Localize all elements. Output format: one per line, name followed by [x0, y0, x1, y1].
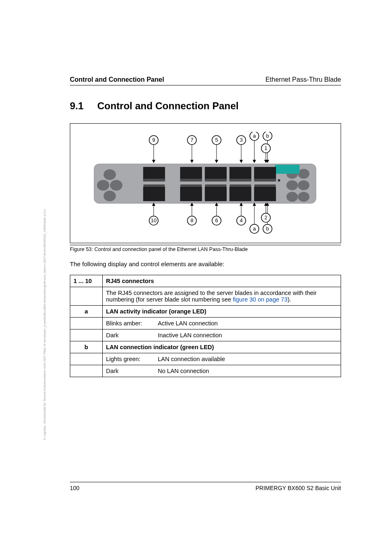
page-footer: 100 PRIMERGY BX600 S2 Basic Unit [70, 482, 341, 491]
svg-marker-3 [152, 160, 155, 163]
svg-text:8: 8 [190, 217, 193, 223]
cell-a-state2-r: Inactive LAN connection [154, 329, 341, 341]
svg-marker-7 [190, 160, 194, 163]
svg-rect-52 [180, 187, 202, 201]
svg-text:4: 4 [240, 217, 242, 223]
side-margin-note: © cognitas. Gesellschaft für Technik-Dok… [43, 209, 46, 440]
cell-a-state1-l: Blinks amber: [103, 318, 155, 329]
svg-point-38 [298, 192, 309, 202]
cell-b-state1-r: LAN connection available [154, 353, 341, 365]
svg-rect-50 [254, 179, 276, 181]
figure-box: 9 7 5 3 a b 1 [70, 123, 341, 243]
svg-marker-11 [215, 160, 218, 163]
svg-point-35 [286, 180, 298, 190]
svg-rect-55 [254, 187, 276, 201]
cell-key-a: a [70, 306, 103, 318]
svg-rect-51 [143, 187, 165, 201]
svg-rect-54 [230, 187, 251, 201]
svg-text:1: 1 [264, 145, 267, 151]
main-content: Control and Connection Panel Ethernet Pa… [70, 76, 341, 377]
cell-a-state2-l: Dark [103, 329, 155, 341]
cell-empty-3 [70, 329, 103, 341]
section-title-text: Control and Connection Panel [97, 100, 239, 111]
doc-title-footer: PRIMERGY BX600 S2 Basic Unit [256, 485, 341, 491]
svg-text:7: 7 [190, 137, 193, 143]
section-heading: 9.1 Control and Connection Panel [70, 100, 341, 112]
svg-rect-60 [254, 184, 276, 187]
svg-rect-59 [230, 184, 251, 187]
svg-text:6: 6 [215, 217, 218, 223]
svg-text:5: 5 [215, 137, 218, 143]
svg-point-30 [97, 180, 109, 191]
link-figure-30[interactable]: figure 30 on page 73 [233, 296, 288, 303]
svg-text:b: b [266, 226, 269, 232]
intro-paragraph: The following display and control elemen… [70, 260, 341, 267]
cell-empty-2 [70, 318, 103, 329]
svg-point-32 [104, 191, 116, 201]
svg-point-37 [286, 192, 298, 202]
svg-point-36 [298, 180, 309, 190]
cell-empty-5 [70, 365, 103, 377]
cell-key-1-10: 1 ... 10 [70, 275, 103, 287]
svg-rect-48 [205, 179, 226, 181]
cell-body-rj45: The RJ45 connectors are assigned to the … [103, 287, 341, 306]
svg-text:a: a [253, 133, 256, 139]
svg-marker-19 [253, 160, 256, 163]
svg-text:9: 9 [152, 137, 155, 143]
page-number: 100 [70, 485, 79, 491]
cell-empty-4 [70, 353, 103, 365]
cell-b-state2-l: Dark [103, 365, 155, 377]
svg-rect-58 [205, 184, 226, 187]
svg-text:2: 2 [264, 214, 267, 221]
svg-text:3: 3 [240, 137, 242, 143]
cell-head-rj45: RJ45 connectors [103, 275, 341, 287]
header-left: Control and Connection Panel [70, 76, 164, 83]
section-number: 9.1 [70, 100, 83, 111]
svg-rect-56 [143, 184, 165, 187]
cell-b-state1-l: Lights green: [103, 353, 155, 365]
cell-head-b: LAN connection indicator (green LED) [103, 341, 341, 353]
cell-b-state2-r: No LAN connection [154, 365, 341, 377]
figure-caption: Figure 53: Control and connection panel … [70, 245, 341, 252]
svg-rect-46 [143, 179, 165, 181]
running-header: Control and Connection Panel Ethernet Pa… [70, 76, 341, 85]
svg-point-34 [298, 169, 309, 179]
svg-rect-57 [180, 184, 202, 187]
svg-marker-15 [240, 160, 243, 163]
cell-a-state1-r: Active LAN connection [154, 318, 341, 329]
svg-rect-39 [275, 165, 300, 174]
cell-key-b: b [70, 341, 103, 353]
svg-point-29 [104, 169, 116, 180]
svg-rect-53 [205, 187, 226, 201]
svg-rect-47 [180, 179, 202, 181]
svg-text:10: 10 [151, 217, 157, 223]
svg-point-40 [278, 179, 280, 182]
svg-text:a: a [253, 226, 256, 232]
cell-empty-1 [70, 287, 103, 306]
header-right: Ethernet Pass-Thru Blade [265, 76, 341, 83]
indicator-table: 1 ... 10 RJ45 connectors The RJ45 connec… [70, 275, 341, 377]
svg-point-31 [110, 180, 122, 191]
panel-diagram: 9 7 5 3 a b 1 [82, 132, 328, 235]
svg-rect-49 [230, 179, 251, 181]
cell-head-a: LAN activity indicator (orange LED) [103, 306, 341, 318]
svg-text:b: b [266, 133, 269, 139]
